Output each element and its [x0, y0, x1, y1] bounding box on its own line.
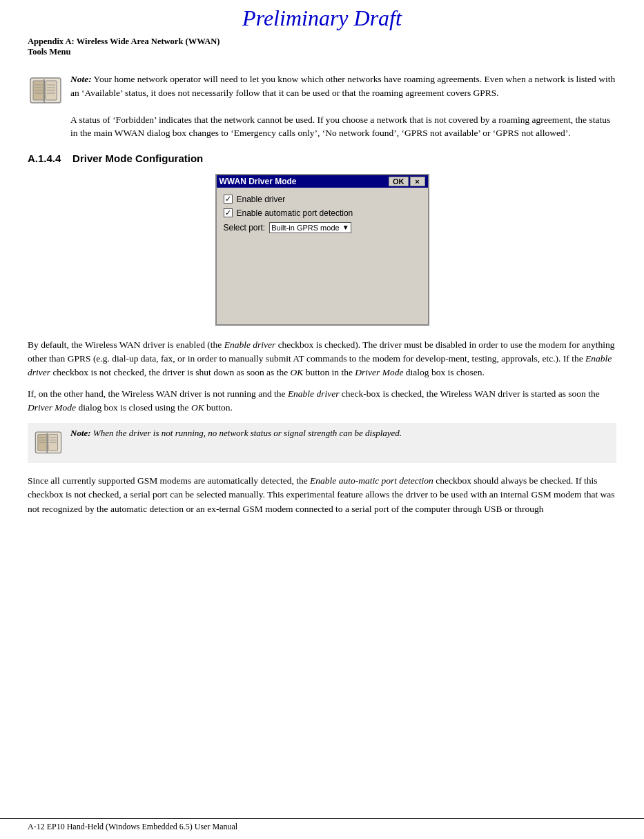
- body-para-1: By default, the Wireless WAN driver is e…: [28, 338, 616, 380]
- page-footer: A-12 EP10 Hand-Held (Windows Embedded 6.…: [0, 818, 644, 832]
- section-title: Driver Mode Configuration: [72, 152, 203, 164]
- enable-driver-checkbox[interactable]: ✓: [224, 195, 233, 204]
- wwan-dialog-body: ✓ Enable driver ✓ Enable automatic port …: [217, 188, 428, 324]
- select-port-label: Select port:: [224, 223, 266, 233]
- book-icon-2: [33, 428, 64, 459]
- wwan-dialog-title: WWAN Driver Mode: [219, 177, 297, 186]
- select-port-row: Select port: Built-in GPRS mode ▼: [224, 222, 421, 233]
- enable-auto-port-row: ✓ Enable automatic port detection: [224, 208, 421, 218]
- note-block-2: Note: When the driver is not running, no…: [28, 423, 616, 463]
- note-block-1: Note: Your home network operator will ne…: [28, 72, 616, 140]
- note-content-1b: A status of ‘Forbidden’ indicates that t…: [70, 115, 610, 139]
- note-label-1: Note:: [70, 74, 92, 84]
- wwan-dialog: WWAN Driver Mode OK × ✓ Enable driver ✓ …: [215, 174, 429, 326]
- dialog-container: WWAN Driver Mode OK × ✓ Enable driver ✓ …: [28, 174, 616, 326]
- port-select-value: Built-in GPRS mode: [271, 224, 339, 232]
- page-title: Preliminary Draft: [242, 6, 402, 30]
- wwan-close-button[interactable]: ×: [410, 177, 425, 186]
- note-text-2: Note: When the driver is not running, no…: [70, 427, 402, 440]
- dropdown-arrow-icon: ▼: [342, 224, 349, 231]
- note-label-2: Note:: [70, 428, 91, 438]
- book-icon: [28, 74, 64, 110]
- body-para-2: If, on the other hand, the Wireless WAN …: [28, 387, 616, 415]
- note-content-2: When the driver is not running, no netwo…: [91, 428, 402, 438]
- note-text-1: Note: Your home network operator will ne…: [70, 72, 616, 140]
- port-select-dropdown[interactable]: Built-in GPRS mode ▼: [269, 222, 351, 233]
- body-para-3: Since all currently supported GSM modems…: [28, 474, 616, 516]
- wwan-dialog-titlebar: WWAN Driver Mode OK ×: [217, 175, 428, 188]
- footer-left: A-12 EP10 Hand-Held (Windows Embedded 6.…: [28, 822, 237, 832]
- appendix-line2: Tools Menu: [28, 47, 616, 57]
- appendix-line1: Appendix A: Wireless Wide Area Network (…: [28, 37, 616, 47]
- enable-auto-port-checkbox[interactable]: ✓: [224, 208, 233, 217]
- enable-driver-label: Enable driver: [237, 195, 286, 204]
- wwan-dialog-empty-space: [224, 233, 421, 316]
- section-heading: A.1.4.4 Driver Mode Configuration: [28, 152, 616, 164]
- note-content-1a: Your home network operator will need to …: [70, 74, 615, 98]
- wwan-ok-button[interactable]: OK: [389, 177, 409, 186]
- section-number: A.1.4.4: [28, 152, 61, 164]
- page-header: Preliminary Draft: [0, 0, 644, 34]
- enable-auto-port-label: Enable automatic port detection: [237, 208, 353, 218]
- enable-driver-row: ✓ Enable driver: [224, 195, 421, 204]
- wwan-dialog-buttons: OK ×: [389, 177, 425, 186]
- appendix-block: Appendix A: Wireless Wide Area Network (…: [0, 34, 644, 57]
- main-content: Note: Your home network operator will ne…: [0, 57, 644, 530]
